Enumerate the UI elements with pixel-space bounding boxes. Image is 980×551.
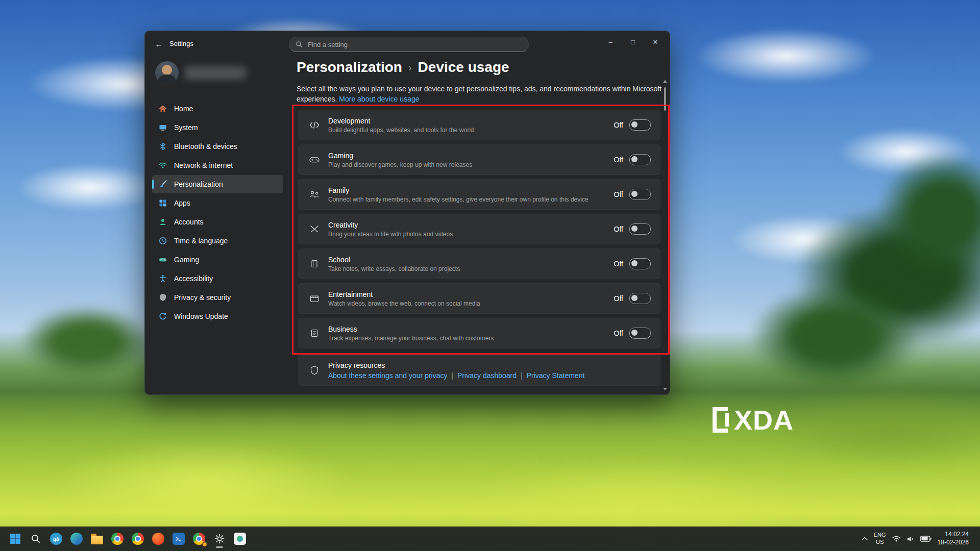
scrollbar: [663, 80, 668, 390]
sidebar-item-system[interactable]: System: [152, 118, 283, 137]
toggle-state-label: Off: [614, 225, 623, 233]
qbittorrent-icon[interactable]: qb: [46, 529, 66, 549]
breadcrumb: Personalization › Device usage: [297, 59, 509, 76]
family-toggle[interactable]: [629, 189, 651, 200]
breadcrumb-separator: ›: [408, 62, 412, 73]
sidebar-item-home[interactable]: Home: [152, 99, 283, 118]
toggle-description: Play and discover games, keep up with ne…: [328, 161, 614, 168]
toggle-row-gaming: GamingPlay and discover games, keep up w…: [298, 144, 660, 175]
toggle-title: School: [328, 256, 614, 264]
gaming-toggle[interactable]: [629, 154, 651, 165]
family-icon: [308, 190, 321, 198]
page-title: Device usage: [418, 59, 509, 76]
window-controls: – □ ✕: [599, 33, 667, 51]
clock[interactable]: 14:02:24 18-02-2026: [938, 531, 969, 546]
sidebar-item-label: Personalization: [174, 180, 223, 188]
scroll-up-arrow[interactable]: [663, 80, 667, 83]
page-description: Select all the ways you plan to use your…: [297, 84, 662, 105]
file-explorer-icon[interactable]: [87, 529, 107, 549]
back-button[interactable]: ←: [151, 37, 166, 51]
sidebar-item-apps[interactable]: Apps: [152, 194, 283, 212]
tree: [750, 286, 919, 388]
settings-window: ← Settings – □ ✕ Home System: [144, 31, 670, 395]
brave-icon[interactable]: [148, 529, 168, 549]
toggle-title: Family: [328, 186, 614, 194]
minimize-button[interactable]: –: [599, 33, 622, 51]
toggle-row-development: DevelopmentBuild delightful apps, websit…: [298, 110, 660, 140]
sidebar-item-time-language[interactable]: Time & language: [152, 232, 283, 250]
privacy-resources-title: Privacy resources: [328, 361, 651, 369]
development-toggle[interactable]: [629, 119, 651, 131]
maximize-button[interactable]: □: [622, 33, 644, 51]
sidebar-item-accessibility[interactable]: Accessibility: [152, 269, 283, 288]
privacy-dashboard-link[interactable]: Privacy dashboard: [457, 371, 517, 380]
business-toggle[interactable]: [629, 328, 651, 339]
about-settings-privacy-link[interactable]: About these settings and your privacy: [328, 371, 447, 380]
language-indicator[interactable]: ENG US: [874, 532, 886, 546]
controller-icon: [308, 156, 321, 164]
sidebar-item-windows-update[interactable]: Windows Update: [152, 307, 283, 325]
sidebar-item-label: Home: [174, 105, 193, 113]
gear-icon: [214, 534, 225, 544]
chrome-icon-3[interactable]: [189, 529, 209, 549]
toggle-row-business: BusinessTrack expenses, manage your busi…: [298, 318, 660, 348]
sidebar-item-label: System: [174, 123, 198, 132]
chrome-icon-2[interactable]: [128, 529, 148, 549]
toggle-title: Gaming: [328, 152, 614, 160]
user-profile[interactable]: [155, 60, 283, 86]
privacy-statement-link[interactable]: Privacy Statement: [527, 371, 585, 380]
start-button[interactable]: [5, 529, 26, 549]
toggle-state-label: Off: [614, 260, 623, 268]
sidebar-item-label: Accounts: [174, 218, 204, 226]
chrome-icon[interactable]: [107, 529, 128, 549]
sidebar-item-personalization[interactable]: Personalization: [152, 175, 283, 193]
sidebar-item-network-internet[interactable]: Network & internet: [152, 156, 283, 174]
entertainment-toggle[interactable]: [629, 293, 651, 304]
taskbar-search-button[interactable]: [26, 529, 46, 549]
edge-icon[interactable]: [66, 529, 87, 549]
privacy-resources-card: Privacy resources About these settings a…: [298, 355, 660, 386]
powershell-icon[interactable]: [168, 529, 189, 549]
toggle-description: Bring your ideas to life with photos and…: [328, 231, 614, 238]
toggle-state-label: Off: [614, 156, 623, 164]
toggle-title: Development: [328, 117, 614, 125]
search-box: [289, 37, 529, 52]
system-tray: ENG US 14:02:24 18-02-2026: [862, 531, 975, 546]
hidden-icons-chevron[interactable]: [862, 537, 868, 541]
toggle-state-label: Off: [614, 190, 623, 198]
sidebar-item-privacy-security[interactable]: Privacy & security: [152, 288, 283, 307]
school-toggle[interactable]: [629, 258, 651, 269]
accessibility-icon: [158, 274, 167, 283]
apps-icon: [158, 199, 167, 208]
time-language-icon: [158, 237, 167, 245]
close-button[interactable]: ✕: [644, 33, 667, 51]
toggle-description: Watch videos, browse the web, connect on…: [328, 300, 614, 307]
sidebar-nav: Home System Bluetooth & devices Network …: [152, 99, 283, 326]
breadcrumb-personalization[interactable]: Personalization: [297, 59, 402, 76]
toggle-title: Business: [328, 325, 614, 333]
toggle-row-entertainment: EntertainmentWatch videos, browse the we…: [298, 283, 660, 314]
settings-gear-icon[interactable]: [209, 529, 230, 549]
network-icon[interactable]: [892, 536, 900, 542]
taskbar: qb ENG US: [0, 527, 980, 551]
battery-icon[interactable]: [920, 536, 932, 542]
notification-badge: [202, 542, 207, 547]
sidebar-item-accounts[interactable]: Accounts: [152, 213, 283, 231]
sidebar-item-label: Network & internet: [174, 161, 233, 169]
toggle-state-label: Off: [614, 294, 623, 303]
desktop-wallpaper: ← Settings – □ ✕ Home System: [0, 0, 980, 551]
search-input[interactable]: [307, 40, 522, 49]
sidebar-item-bluetooth-devices[interactable]: Bluetooth & devices: [152, 137, 283, 156]
volume-icon[interactable]: [906, 535, 914, 543]
system-icon: [158, 123, 167, 132]
scrollbar-thumb[interactable]: [664, 87, 666, 111]
toggle-row-family: FamilyConnect with family members, edit …: [298, 179, 660, 210]
scroll-down-arrow[interactable]: [663, 388, 667, 390]
creativity-toggle[interactable]: [629, 223, 651, 235]
avatar: [155, 61, 179, 85]
more-about-device-usage-link[interactable]: More about device usage: [339, 95, 419, 103]
user-name-redacted: [185, 66, 246, 80]
gaming-icon: [158, 256, 167, 264]
sidebar-item-gaming[interactable]: Gaming: [152, 251, 283, 269]
white-app-icon[interactable]: [230, 529, 250, 549]
